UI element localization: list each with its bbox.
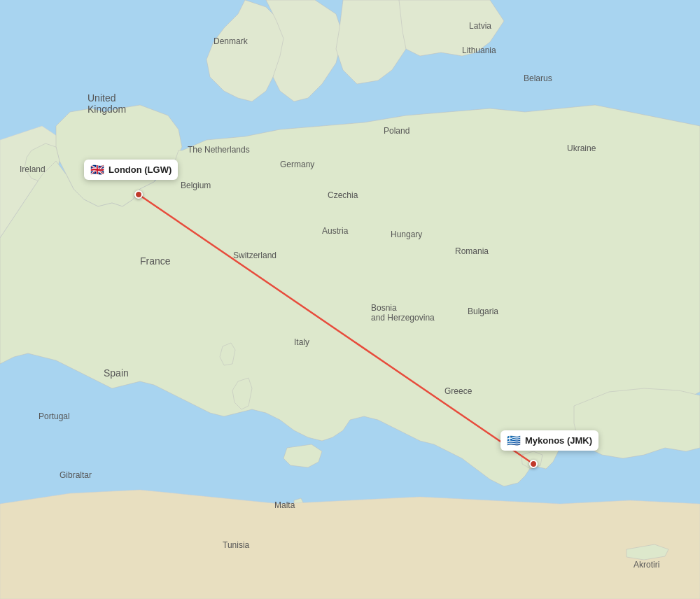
mykonos-airport-dot (529, 460, 538, 468)
mykonos-airport-label: 🇬🇷 Mykonos (JMK) (500, 430, 598, 451)
map-container: UnitedKingdom Ireland Denmark Latvia Lit… (0, 0, 700, 599)
map-svg (0, 0, 700, 599)
london-airport-dot (134, 190, 143, 199)
mykonos-airport-name: Mykonos (JMK) (525, 435, 592, 446)
greece-flag-icon: 🇬🇷 (507, 434, 521, 447)
london-airport-name: London (LGW) (108, 164, 172, 175)
london-airport-label: 🇬🇧 London (LGW) (84, 160, 178, 180)
uk-flag-icon: 🇬🇧 (90, 163, 104, 176)
